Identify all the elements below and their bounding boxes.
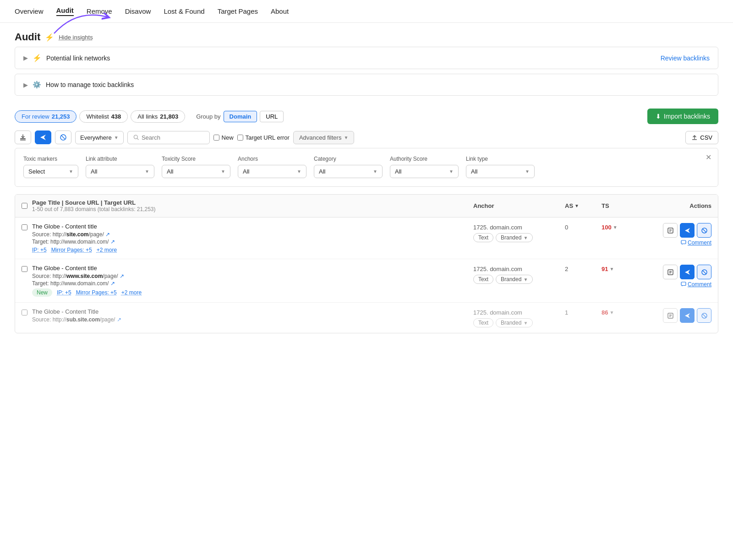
anchors-select[interactable]: All ▼ (238, 165, 306, 178)
send-button[interactable] (680, 223, 695, 238)
block-button[interactable] (697, 223, 711, 238)
more-link[interactable]: +2 more (121, 289, 142, 296)
chevron-right-icon[interactable]: ▶ (23, 82, 28, 88)
group-domain-button[interactable]: Domain (224, 111, 257, 122)
mirror-link[interactable]: Mirror Pages: +5 (51, 247, 92, 253)
nav-about[interactable]: About (271, 7, 289, 15)
comment-link[interactable]: Comment (681, 281, 711, 288)
tab-whitelist[interactable]: Whitelist 438 (79, 110, 128, 123)
close-icon[interactable]: ✕ (706, 153, 711, 162)
row-title: The Globe - Content title (32, 265, 473, 272)
chevron-down-icon[interactable]: ▼ (609, 310, 614, 315)
row-main-info: The Globe - Content title Source: http:/… (32, 223, 473, 253)
target-url-error-checkbox[interactable] (237, 135, 243, 141)
col-anchor: Anchor (473, 202, 565, 209)
everywhere-dropdown[interactable]: Everywhere ▼ (75, 131, 124, 144)
review-backlinks-link[interactable]: Review backlinks (661, 54, 710, 62)
hide-insights-button[interactable]: Hide insights (59, 34, 93, 41)
block-button[interactable] (697, 308, 711, 323)
sort-icon[interactable]: ▼ (574, 203, 579, 208)
nav-lost-found[interactable]: Lost & Found (164, 7, 204, 15)
chevron-down-icon: ▼ (145, 169, 149, 174)
send-icon (684, 312, 691, 319)
send-button[interactable] (680, 308, 695, 323)
link-attribute-select[interactable]: All ▼ (86, 165, 154, 178)
top-navigation: Overview Audit Remove Disavow Lost & Fou… (0, 0, 733, 23)
send-icon (39, 134, 47, 141)
search-icon (133, 134, 139, 141)
tab-all-links[interactable]: All links 21,803 (131, 110, 185, 123)
source-url-link[interactable]: ↗ (120, 273, 124, 279)
nav-audit[interactable]: Audit (56, 6, 74, 16)
block-icon-button[interactable] (55, 130, 71, 144)
text-tag: Text (473, 233, 493, 242)
nav-target-pages[interactable]: Target Pages (218, 7, 258, 15)
target-url-error-label[interactable]: Target URL error (237, 134, 290, 141)
import-backlinks-button[interactable]: ⬇ Import backlinks (647, 109, 718, 124)
new-badge: New (32, 288, 52, 297)
report-button[interactable] (663, 308, 678, 323)
row-checkbox[interactable] (22, 224, 27, 230)
send-button[interactable] (680, 265, 695, 279)
more-link[interactable]: +2 more (97, 247, 117, 253)
new-filter-checkbox[interactable] (213, 135, 219, 141)
svg-rect-20 (681, 282, 686, 286)
ip-link[interactable]: IP: +5 (57, 289, 71, 296)
row-anchor: 1725. domain.com Text Branded ▼ (473, 223, 565, 242)
advanced-filters-panel: ✕ Toxic markers Select ▼ Link attribute … (15, 148, 718, 187)
row-anchor: 1725. domain.com Text Branded ▼ (473, 308, 565, 327)
select-all-checkbox[interactable] (22, 203, 27, 209)
block-button[interactable] (697, 265, 711, 279)
group-url-button[interactable]: URL (260, 111, 284, 122)
backlinks-table: Page Title | Source URL | Target URL 1-5… (15, 194, 718, 333)
chevron-down-icon[interactable]: ▼ (613, 225, 618, 230)
comment-link[interactable]: Comment (681, 239, 711, 246)
row-target-url: Target: http://www.domain.com/ ↗ (32, 280, 473, 287)
authority-score-select[interactable]: All ▼ (390, 165, 459, 178)
source-url-link[interactable]: ↗ (105, 231, 110, 238)
toxic-markers-select[interactable]: Select ▼ (23, 165, 78, 178)
toxicity-score-select[interactable]: All ▼ (162, 165, 230, 178)
send-icon-button[interactable] (35, 130, 51, 144)
report-icon (667, 269, 674, 276)
row-main-info: The Globe - Content Title Source: http:/… (32, 308, 473, 324)
nav-overview[interactable]: Overview (15, 7, 44, 15)
target-url-link[interactable]: ↗ (110, 280, 115, 287)
search-input[interactable] (142, 134, 204, 141)
filter-anchors: Anchors All ▼ (238, 156, 306, 178)
nav-disavow[interactable]: Disavow (125, 7, 151, 15)
chevron-right-icon[interactable]: ▶ (23, 54, 28, 61)
branded-tag-dropdown[interactable]: Branded ▼ (496, 233, 533, 242)
category-select[interactable]: All ▼ (314, 165, 383, 178)
row-checkbox[interactable] (22, 310, 27, 315)
page-header: Audit ⚡ Hide insights (0, 23, 733, 47)
csv-export-button[interactable]: CSV (685, 131, 718, 144)
branded-tag-dropdown[interactable]: Branded ▼ (496, 318, 533, 327)
row-checkbox[interactable] (22, 266, 27, 272)
tab-for-review[interactable]: For review 21,253 (15, 110, 77, 123)
new-filter-label[interactable]: New (213, 134, 234, 141)
row-source-url: Source: http://site.com/page/ ↗ (32, 231, 473, 238)
svg-point-4 (134, 135, 137, 139)
filter-label: Link type (466, 156, 535, 162)
link-type-select[interactable]: All ▼ (466, 165, 535, 178)
send-icon (684, 269, 691, 276)
export-icon-button[interactable] (15, 130, 31, 144)
advanced-filters-button[interactable]: Advanced filters ▼ (293, 131, 354, 144)
send-icon (684, 227, 691, 234)
table-row: The Globe - Content Title Source: http:/… (15, 303, 718, 333)
mirror-link[interactable]: Mirror Pages: +5 (76, 289, 117, 296)
report-button[interactable] (663, 265, 678, 279)
target-url-link[interactable]: ↗ (110, 239, 115, 245)
tab-whitelist-count: 438 (111, 113, 121, 120)
branded-tag-dropdown[interactable]: Branded ▼ (496, 275, 533, 284)
chevron-down-icon[interactable]: ▼ (609, 266, 614, 272)
source-url-link[interactable]: ↗ (117, 316, 121, 323)
search-box (127, 131, 210, 144)
advanced-filters-grid: Toxic markers Select ▼ Link attribute Al… (23, 156, 710, 178)
filter-authority-score: Authority Score All ▼ (390, 156, 459, 178)
report-button[interactable] (663, 223, 678, 238)
ip-link[interactable]: IP: +5 (32, 247, 47, 253)
nav-remove[interactable]: Remove (87, 7, 112, 15)
anchor-tags: Text Branded ▼ (473, 275, 565, 284)
